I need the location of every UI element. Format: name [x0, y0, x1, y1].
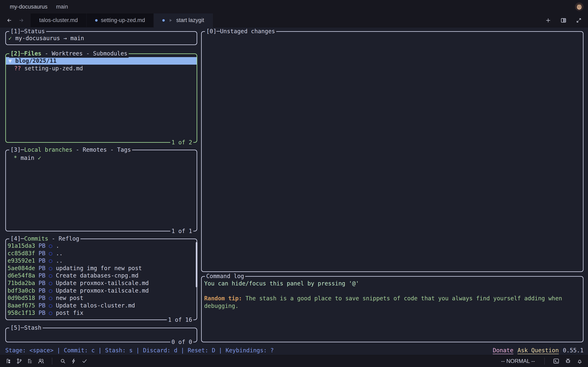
commit-row[interactable]: e93592e1PB○.. [8, 257, 197, 265]
panel-unstaged-changes[interactable]: [0]─Unstaged changes [201, 31, 584, 272]
graph-node-icon: ○ [49, 309, 52, 317]
expand-fullscreen-icon[interactable] [576, 17, 582, 24]
branch-name[interactable]: main [56, 4, 68, 10]
commit-row[interactable]: 8aaef675PB○Update talos-cluster.md [8, 302, 197, 309]
tab-label: talos-cluster.md [39, 17, 78, 24]
command-log-content: You can hide/focus this panel by pressin… [202, 277, 583, 310]
file-row[interactable]: ?? setting-up-zed.md [6, 65, 197, 72]
nav-history [0, 13, 31, 27]
stash-count: 0 of 0 [170, 338, 193, 346]
tab-bar: talos-cluster.md setting-up-zed.md start… [0, 13, 588, 27]
graph-node-icon: ○ [49, 287, 52, 295]
command-log-hint: You can hide/focus this panel by pressin… [204, 280, 580, 287]
panel-commits[interactable]: [4]─Commits - Reflog 91a15da3PB○. cc85d8… [5, 239, 197, 320]
current-branch-star: * [14, 155, 17, 161]
lazygit-version: 0.55.1 [563, 347, 584, 354]
panel-command-log-title: Command log [205, 272, 245, 280]
forward-arrow-icon[interactable] [18, 17, 25, 24]
avatar-image [575, 2, 584, 11]
back-arrow-icon[interactable] [6, 17, 12, 24]
modified-dot-icon [95, 19, 98, 22]
panel-status[interactable]: [1]─Status ✓ my-docusaurus → main [5, 31, 197, 45]
lazygit-links: Donate Ask Question 0.55.1 [493, 347, 584, 354]
commit-row[interactable]: 71bda2baPB○Update proxmox-tailscale.md [8, 280, 197, 287]
panel-unstaged-title: [0]─Unstaged changes [205, 27, 276, 35]
commits-list: 91a15da3PB○. cc85d83fPB○.. e93592e1PB○..… [6, 239, 197, 317]
random-tip-line: Random tip: The stash is a good place to… [204, 295, 580, 310]
status-bar-separator [52, 358, 52, 365]
project-name[interactable]: my-docusaurus [10, 4, 48, 10]
status-bar-right: -- NORMAL -- [501, 358, 583, 365]
zed-window: my-docusaurus main talos-cluster.md [0, 0, 588, 367]
search-icon[interactable] [60, 358, 66, 364]
tab-start-lazygit[interactable]: start lazygit [154, 13, 213, 27]
commits-count: 1 of 16 [167, 316, 193, 324]
zap-assistant-icon[interactable] [71, 358, 77, 364]
terminal-panel-icon[interactable] [553, 358, 559, 364]
title-bar: my-docusaurus main [0, 0, 588, 13]
commit-row[interactable]: bdf3a0cbPB○Update proxmox-tailscale.md [8, 287, 197, 295]
tab-label: setting-up-zed.md [101, 17, 145, 24]
panel-stash-title: [5]─Stash [9, 324, 43, 332]
bell-notification-icon[interactable] [577, 358, 583, 364]
diagnostics-check-icon[interactable] [81, 358, 87, 364]
status-bar-left-icons [5, 358, 87, 365]
avatar[interactable] [575, 2, 584, 11]
keybindings-hints: Stage: <space> | Commit: c | Stash: s | … [5, 347, 274, 354]
project-panel-icon[interactable] [5, 358, 11, 364]
commit-row[interactable]: 91a15da3PB○. [8, 242, 197, 250]
branches-count: 1 of 1 [170, 227, 193, 235]
debug-bug-icon[interactable] [565, 358, 571, 364]
new-tab-plus-icon[interactable] [545, 17, 551, 24]
untracked-status: ?? [14, 65, 21, 72]
split-pane-icon[interactable] [560, 17, 567, 24]
status-bar-separator [544, 358, 545, 365]
panel-status-title: [1]─Status [9, 27, 46, 35]
panel-command-log[interactable]: Command log You can hide/focus this pane… [201, 276, 584, 342]
commit-row[interactable]: 0d9bd518PB○new post [8, 294, 197, 302]
check-icon: ✓ [8, 35, 12, 42]
graph-node-icon: ○ [49, 242, 52, 250]
graph-node-icon: ○ [49, 302, 52, 309]
git-branch-icon[interactable] [16, 358, 22, 364]
panel-commits-title: [4]─Commits - Reflog [9, 235, 80, 243]
graph-node-icon: ○ [49, 250, 52, 257]
panel-branches-title: [3]─Local branches - Remotes - Tags [9, 146, 132, 154]
tab-label: start lazygit [176, 17, 204, 24]
lazygit-terminal: [1]─Status ✓ my-docusaurus → main [2]─Fi… [0, 27, 588, 355]
panel-files[interactable]: [2]─Files - Worktrees - Submodules ▼ blo… [5, 53, 197, 143]
commit-row[interactable]: cc85d83fPB○.. [8, 250, 197, 257]
repo-status-line: ✓ my-docusaurus → main [6, 35, 84, 42]
commits-scrollbar[interactable] [196, 242, 198, 287]
graph-node-icon: ○ [49, 257, 52, 265]
commit-row[interactable]: 5ae084dePB○updating img for new post [8, 265, 197, 272]
graph-node-icon: ○ [49, 265, 52, 272]
vim-mode-indicator: -- NORMAL -- [501, 358, 535, 364]
modified-dot-icon [162, 19, 165, 22]
branch-synced-check-icon: ✓ [38, 155, 41, 161]
play-icon [168, 18, 173, 23]
panel-branches[interactable]: [3]─Local branches - Remotes - Tags * ma… [5, 150, 197, 231]
graph-node-icon: ○ [49, 272, 52, 280]
donate-link[interactable]: Donate [493, 347, 513, 354]
file-row-selected[interactable]: ▼ blog/2025/11 [6, 57, 197, 65]
commit-row[interactable]: d6e54f8aPB○Create databases-cnpg.md [8, 272, 197, 280]
graph-node-icon: ○ [49, 294, 52, 302]
status-bar: -- NORMAL -- [0, 355, 588, 367]
collapse-arrow-icon: ▼ [8, 58, 12, 64]
ask-question-link[interactable]: Ask Question [518, 347, 559, 354]
files-count: 1 of 2 [170, 138, 193, 147]
graph-node-icon: ○ [49, 280, 52, 287]
panel-stash[interactable]: [5]─Stash 0 of 0 [5, 328, 197, 342]
tab-talos-cluster[interactable]: talos-cluster.md [31, 13, 86, 27]
lazygit-bottom-line: Stage: <space> | Commit: c | Stash: s | … [5, 347, 584, 354]
outline-panel-icon[interactable] [27, 358, 33, 364]
tab-setting-up-zed[interactable]: setting-up-zed.md [86, 13, 154, 27]
panel-files-title: [2]─Files - Worktrees - Submodules [9, 50, 129, 58]
collaboration-icon[interactable] [38, 358, 44, 364]
tab-actions [545, 13, 588, 27]
